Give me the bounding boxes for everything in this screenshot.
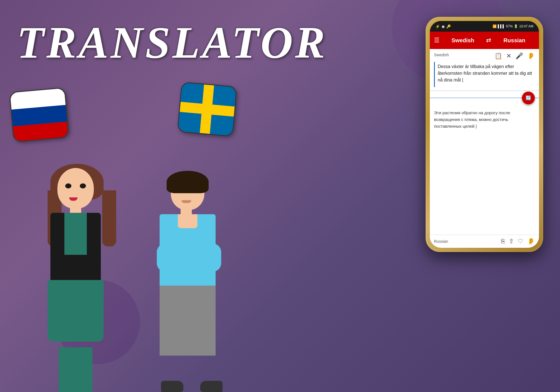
phone-frame: ↩ ⚡ ◉ 🔑 📶 ▌▌▌ 67% 🔋 10:47 AM: [426, 17, 543, 252]
target-language-label: Russian: [494, 37, 535, 44]
woman-skirt: [48, 280, 104, 342]
swap-languages-button[interactable]: ⇄: [486, 37, 491, 44]
woman-eye-right: [80, 183, 86, 188]
man-character: [154, 174, 227, 392]
status-right: 📶 ▌▌▌ 67% 🔋 10:47 AM: [493, 24, 533, 28]
woman-head: [57, 168, 94, 209]
status-bar: ⚡ ◉ 🔑 📶 ▌▌▌ 67% 🔋 10:47 AM: [430, 21, 539, 32]
man-pants: [160, 286, 216, 356]
battery-level: 67%: [506, 24, 513, 28]
man-shoe-right: [200, 381, 223, 392]
listen-translation-button[interactable]: 👂: [527, 238, 535, 245]
screen-content: ☰ Swedish ⇄ Russian Swedish 📋 ✕ 🎤 👂: [430, 32, 539, 248]
time-display: 10:47 AM: [519, 24, 533, 28]
man-collar: [178, 214, 197, 228]
favorite-translation-button[interactable]: ♡: [518, 238, 523, 245]
app-title: TRANSLATOR: [17, 17, 327, 69]
source-language-label: Swedish: [442, 37, 483, 44]
input-toolbar: Swedish 📋 ✕ 🎤 👂: [434, 52, 535, 60]
characters-area: [36, 140, 232, 392]
share-translation-button[interactable]: ⇧: [509, 238, 514, 245]
app-title-area: TRANSLATOR: [17, 17, 327, 69]
woman-eye-left: [65, 183, 71, 188]
source-text-display[interactable]: Dessa växter är tillbaka på vägen efter …: [434, 62, 535, 87]
status-left: ⚡ ◉ 🔑: [435, 24, 451, 29]
man-body: [154, 174, 227, 392]
man-arms: [157, 244, 221, 272]
vpn-icon: 🔑: [446, 24, 451, 29]
divider-area: 🔄: [430, 91, 539, 105]
usb-icon: ⚡: [435, 24, 440, 29]
woman-body: [42, 168, 120, 392]
menu-button[interactable]: ☰: [434, 37, 440, 44]
app-toolbar: ☰ Swedish ⇄ Russian: [430, 32, 539, 49]
output-toolbar: Russian ⎘ ⇧ ♡ 👂: [430, 235, 539, 248]
phone-screen: ⚡ ◉ 🔑 📶 ▌▌▌ 67% 🔋 10:47 AM ☰ Swedish: [430, 21, 539, 248]
output-language-label: Russian: [434, 239, 448, 244]
mic-button[interactable]: 🎤: [515, 52, 523, 60]
location-icon: ◉: [442, 24, 445, 29]
translation-area: Эти растения обратно на дорогу после воз…: [430, 105, 539, 235]
clear-button[interactable]: ✕: [506, 52, 511, 60]
battery-icon: 🔋: [514, 24, 518, 28]
clipboard-button[interactable]: 📋: [494, 52, 502, 60]
phone-mockup: ↩ ⚡ ◉ 🔑 📶 ▌▌▌ 67% 🔋 10:47 AM: [426, 17, 543, 252]
swedish-cross-vertical: [200, 85, 214, 134]
woman-character: [42, 168, 120, 392]
woman-legs: [59, 347, 92, 392]
input-area: Swedish 📋 ✕ 🎤 👂 Dessa växter är tillbaka…: [430, 49, 539, 91]
translated-text-display: Эти растения обратно на дорогу после воз…: [434, 109, 535, 137]
swedish-flag-bubble: [179, 84, 241, 140]
russian-flag: [9, 87, 69, 143]
woman-mouth: [69, 197, 78, 201]
translate-button[interactable]: 🔄: [522, 92, 535, 104]
swedish-flag: [177, 82, 237, 137]
wifi-icon: 📶: [493, 24, 497, 28]
man-hair: [167, 171, 209, 193]
listen-source-button[interactable]: 👂: [527, 52, 535, 60]
copy-translation-button[interactable]: ⎘: [501, 238, 505, 245]
man-shoe-left: [161, 381, 183, 392]
translate-icon: 🔄: [526, 95, 531, 101]
signal-strength: ▌▌▌: [498, 24, 505, 28]
man-mouth: [181, 200, 191, 203]
woman-hair-right: [102, 190, 116, 246]
output-icons: ⎘ ⇧ ♡ 👂: [501, 238, 535, 245]
input-icons: 📋 ✕ 🎤 👂: [494, 52, 535, 60]
woman-shirt-inner: [64, 213, 87, 255]
input-language-label: Swedish: [434, 53, 449, 57]
russian-flag-bubble: [11, 90, 73, 146]
